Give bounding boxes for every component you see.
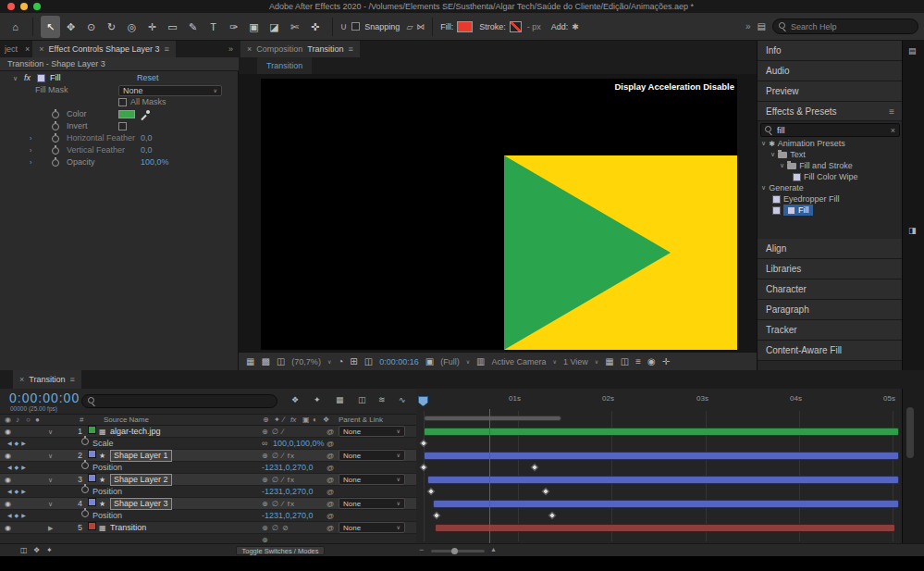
layer-name[interactable]: Transition — [110, 522, 146, 534]
transparency-grid-icon[interactable]: ◫ — [621, 356, 629, 366]
region-of-interest-icon[interactable]: ◫ — [364, 356, 373, 366]
twirl-open-icon[interactable]: ∨ — [48, 474, 53, 486]
twirl-open-icon[interactable]: ∨ — [761, 184, 766, 192]
property-row-position-2[interactable]: ◀◆▶ Position -1231,0,270,0 @ — [0, 486, 416, 498]
pickwhip-icon[interactable]: @ — [326, 510, 334, 522]
zoom-in-icon[interactable]: ▲ — [490, 546, 497, 552]
property-value[interactable]: -1231,0,270,0 — [262, 486, 314, 498]
timeline-graph[interactable]: 0s 01s 02s 03s 04s 05s — [416, 389, 902, 543]
parent-dropdown[interactable]: None ∨ — [339, 474, 405, 485]
keyframe[interactable] — [433, 512, 440, 519]
keyframe[interactable] — [548, 512, 556, 519]
brush-tool-icon[interactable]: ✑ — [224, 16, 243, 38]
effects-presets-search-box[interactable]: × — [760, 123, 900, 137]
tree-item-fill[interactable]: Fill — [758, 205, 903, 216]
ruler-label[interactable]: 04s — [790, 394, 802, 403]
magnification-dropdown[interactable]: (70,7%) — [291, 357, 321, 366]
expand-render-time-icon[interactable]: ❖ — [33, 546, 40, 554]
rotate-tool-icon[interactable]: ↻ — [102, 16, 121, 38]
property-row-position-1[interactable]: ◀◆▶ Position -1231,0,270,0 @ — [0, 462, 416, 474]
close-icon[interactable]: × — [22, 44, 32, 54]
panel-header-preview[interactable]: Preview — [758, 81, 903, 102]
effect-header-row[interactable]: ∨ fx Fill Reset — [0, 72, 239, 84]
reset-link[interactable]: Reset — [137, 72, 159, 84]
panel-menu-icon[interactable]: ≡ — [889, 106, 894, 117]
layer-row-4[interactable]: ◉ ∨ 4 ★ Shape Layer 3 ⊕ ∅ ∕ fx @ None ∨ — [0, 498, 416, 510]
stopwatch-icon[interactable] — [81, 486, 89, 493]
clear-search-icon[interactable]: × — [891, 126, 895, 135]
camera-dropdown[interactable]: Active Camera — [492, 357, 547, 366]
timeline-zoom-slider[interactable] — [431, 550, 485, 552]
fast-previews-icon[interactable]: ▥ — [476, 356, 485, 366]
puppet-pin-tool-icon[interactable]: ✜ — [305, 16, 325, 38]
viewer-tab-transition[interactable]: Transition — [257, 57, 312, 74]
property-value[interactable]: -1231,0,270,0 — [262, 462, 314, 474]
twirl-closed-icon[interactable]: › — [30, 156, 31, 168]
layer-name[interactable]: Shape Layer 3 — [110, 498, 172, 510]
color-swatch[interactable] — [118, 110, 135, 118]
graph-editor-icon[interactable]: ∿ — [399, 395, 406, 404]
twirl-open-icon[interactable]: ∨ — [761, 140, 766, 147]
keyframe-navigator[interactable]: ◀◆▶ — [7, 486, 29, 498]
roto-brush-tool-icon[interactable]: ✄ — [285, 16, 304, 38]
panel-menu-icon[interactable]: ≡ — [348, 44, 352, 54]
eyedropper-icon[interactable] — [141, 110, 150, 119]
panel-grip-icon[interactable]: ◨ — [908, 226, 917, 235]
brainstorm-icon[interactable]: ≋ — [378, 395, 386, 404]
layer-row-5[interactable]: ◉ ▶ 5 ▦ Transition ⊕ ∅ ⊘ @ None ∨ — [0, 522, 416, 534]
resolution-dropdown[interactable]: (Full) — [440, 357, 460, 366]
layer-color-swatch[interactable] — [88, 498, 96, 506]
tree-item-fill-color-wipe[interactable]: Fill Color Wipe — [758, 171, 903, 182]
property-name[interactable]: Scale — [92, 438, 114, 450]
stopwatch-icon[interactable] — [81, 462, 89, 469]
home-icon[interactable]: ⌂ — [6, 16, 25, 38]
keyframe-navigator[interactable]: ◀◆▶ — [7, 510, 29, 522]
panel-menu-icon[interactable]: ≡ — [69, 375, 74, 384]
layer-switches[interactable]: ⊕ ∅ ∕ — [262, 426, 284, 438]
stopwatch-icon[interactable] — [52, 123, 59, 130]
workspace-icon[interactable]: ▤ — [758, 21, 766, 31]
fill-mask-dropdown[interactable]: None ∨ — [118, 85, 222, 96]
stopwatch-icon[interactable] — [52, 159, 59, 167]
shy-icon[interactable]: ✦ — [314, 395, 321, 404]
more-tools-chevron-icon[interactable]: » — [745, 21, 751, 31]
tree-item-animation-presets[interactable]: ∨ ✱ Animation Presets — [758, 138, 903, 149]
keyframe-navigator[interactable]: ◀◆▶ — [7, 438, 29, 450]
property-row-scale[interactable]: ◀◆▶ Scale ∞ 100,0,100,0% @ — [0, 438, 416, 450]
invert-checkbox[interactable] — [118, 122, 127, 130]
comp-frame[interactable]: Display Acceleration Disable — [261, 79, 737, 350]
channels-icon[interactable]: ≡ — [635, 356, 641, 366]
layer-row-2[interactable]: ◉ ∨ 2 ★ Shape Layer 1 ⊕ ∅ ∕ fx @ None ∨ — [0, 450, 416, 462]
timeline-scrollbar[interactable] — [902, 389, 924, 543]
tab-composition[interactable]: × Composition Transition ≡ — [240, 41, 360, 57]
timeline-search-input[interactable] — [100, 397, 271, 406]
twirl-open-icon[interactable]: ∨ — [48, 426, 53, 438]
layer-switches[interactable]: ⊕ ∅ ⊘ — [262, 522, 290, 534]
keyframe[interactable] — [420, 440, 427, 447]
pen-tool-icon[interactable]: ✎ — [183, 16, 203, 38]
ruler-label[interactable]: 01s — [509, 394, 521, 403]
tree-item-text[interactable]: ∨ Text — [758, 149, 903, 160]
eye-icon[interactable]: ◉ — [5, 522, 11, 534]
snapping-checkbox[interactable] — [351, 22, 360, 31]
panel-header-info[interactable]: Info — [758, 41, 903, 61]
layer-bar-transition[interactable] — [435, 524, 895, 532]
pixel-aspect-correction-icon[interactable]: ▦ — [605, 356, 613, 366]
parent-dropdown[interactable]: None ∨ — [339, 522, 405, 533]
snapshot-camera-icon[interactable]: ▣ — [425, 356, 434, 366]
grid-guides-icon[interactable]: ▩ — [261, 356, 269, 366]
always-preview-icon[interactable]: ▦ — [246, 356, 254, 366]
tree-item-eyedropper-fill[interactable]: Eyedropper Fill — [758, 193, 903, 205]
parent-dropdown[interactable]: None ∨ — [339, 450, 405, 461]
ruler-label[interactable]: 02s — [602, 394, 614, 403]
layer-color-swatch[interactable] — [88, 474, 96, 482]
zoom-tool-icon[interactable]: ⊙ — [81, 16, 101, 38]
close-icon[interactable]: × — [19, 375, 24, 384]
eye-icon[interactable]: ◉ — [5, 498, 11, 510]
pickwhip-icon[interactable]: @ — [326, 426, 334, 438]
stopwatch-icon[interactable] — [81, 510, 89, 517]
tab-effect-controls[interactable]: × Effect Controls Shape Layer 3 ≡ — [32, 41, 175, 57]
parent-link-column-label[interactable]: Parent & Link — [339, 415, 383, 426]
overflow-chevron-icon[interactable]: » — [223, 44, 239, 54]
panel-header-paragraph[interactable]: Paragraph — [758, 300, 903, 320]
